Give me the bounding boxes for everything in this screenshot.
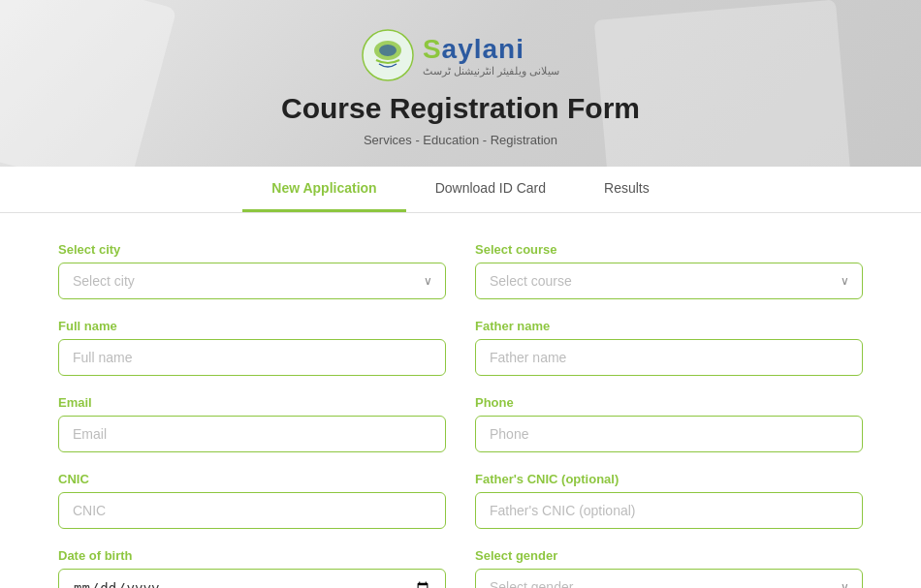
form-group-course: Select course Select course Web Developm… [475, 242, 863, 299]
form-row-email-phone: Email Phone [58, 395, 863, 452]
page-title: Course Registration Form [0, 92, 921, 125]
form-container: Select city Select city Karachi Lahore I… [0, 213, 921, 588]
tab-results[interactable]: Results [575, 167, 679, 212]
label-phone: Phone [475, 395, 863, 410]
label-email: Email [58, 395, 446, 410]
input-father-name[interactable] [475, 339, 863, 376]
label-full-name: Full name [58, 319, 446, 333]
form-group-email: Email [58, 395, 446, 452]
label-select-gender: Select gender [475, 548, 863, 563]
logo-urdu: سیلانی ویلفیئر انٹرنیشنل ٹرسٹ [423, 65, 559, 77]
select-city[interactable]: Select city Karachi Lahore Islamabad [58, 263, 446, 299]
select-gender-wrapper: Select gender Male Female Other [475, 569, 863, 588]
breadcrumb: Services - Education - Registration [0, 133, 921, 147]
label-father-name: Father name [475, 319, 863, 333]
form-group-phone: Phone [475, 395, 863, 452]
input-dob[interactable] [58, 569, 446, 588]
input-full-name[interactable] [58, 339, 446, 376]
input-fathers-cnic[interactable] [475, 492, 863, 529]
logo-brand: Saylani [423, 34, 524, 65]
form-group-dob: Date of birth [58, 548, 446, 588]
form-group-city: Select city Select city Karachi Lahore I… [58, 242, 446, 299]
form-row-names: Full name Father name [58, 319, 863, 376]
label-cnic: CNIC [58, 472, 446, 486]
label-dob: Date of birth [58, 548, 446, 563]
form-group-fullname: Full name [58, 319, 446, 376]
form-group-fathers-cnic: Father's CNIC (optional) [475, 472, 863, 529]
label-select-city: Select city [58, 242, 446, 257]
svg-point-2 [379, 45, 397, 56]
label-select-course: Select course [475, 242, 863, 257]
tabs-container: New Application Download ID Card Results [0, 167, 921, 213]
form-group-cnic: CNIC [58, 472, 446, 529]
tab-new-application[interactable]: New Application [242, 167, 405, 212]
select-course[interactable]: Select course Web Development Graphic De… [475, 263, 863, 299]
select-city-wrapper: Select city Karachi Lahore Islamabad [58, 263, 446, 299]
hero-banner: Saylani سیلانی ویلفیئر انٹرنیشنل ٹرسٹ Co… [0, 0, 921, 167]
select-gender[interactable]: Select gender Male Female Other [475, 569, 863, 588]
form-row-cnic: CNIC Father's CNIC (optional) [58, 472, 863, 529]
input-cnic[interactable] [58, 492, 446, 529]
form-group-gender: Select gender Select gender Male Female … [475, 548, 863, 588]
form-group-fathername: Father name [475, 319, 863, 376]
input-phone[interactable] [475, 416, 863, 452]
logo: Saylani سیلانی ویلفیئر انٹرنیشنل ٹرسٹ [362, 29, 559, 82]
form-row-dob-gender: Date of birth Select gender Select gende… [58, 548, 863, 588]
input-email[interactable] [58, 416, 446, 452]
form-row-city-course: Select city Select city Karachi Lahore I… [58, 242, 863, 299]
select-course-wrapper: Select course Web Development Graphic De… [475, 263, 863, 299]
tab-download-id-card[interactable]: Download ID Card [406, 167, 575, 212]
label-fathers-cnic: Father's CNIC (optional) [475, 472, 863, 486]
